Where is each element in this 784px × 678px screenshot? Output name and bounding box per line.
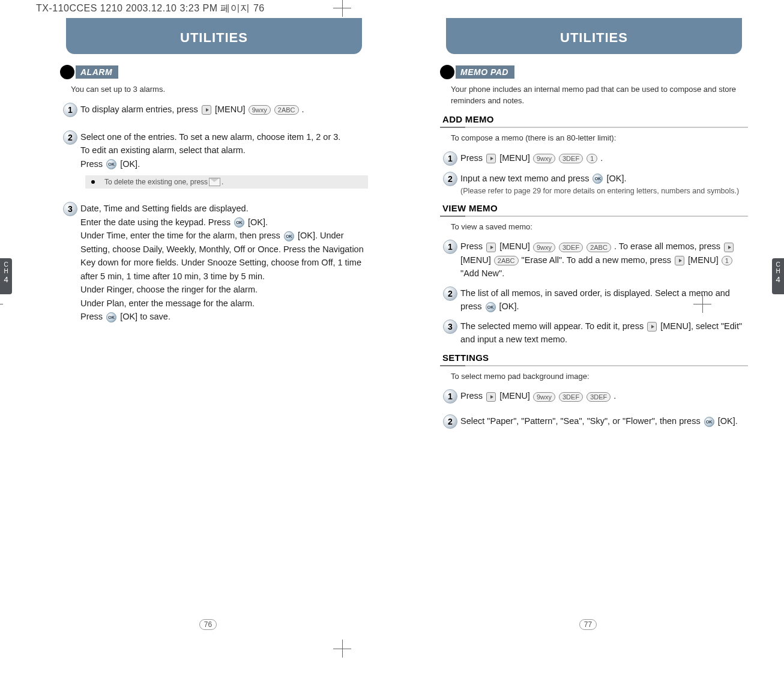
chapter-tab-right: C H 4 [772, 258, 784, 294]
page-footer: 76 [36, 619, 380, 630]
step-text: Press [460, 153, 485, 163]
keypad-3-icon: 3DEF [559, 392, 583, 402]
step-text: "Add New". [460, 268, 504, 278]
keypad-1-icon: 1 [722, 256, 732, 265]
ok-button-icon: OK [284, 231, 294, 241]
page-footer: 77 [416, 619, 760, 630]
step-text: [OK] to save. [120, 312, 170, 321]
note-text: . [222, 178, 223, 186]
alarm-step-1: 1 To display alarm entries, press [MENU]… [60, 103, 368, 117]
crop-mark-icon [693, 295, 711, 313]
keypad-9-icon: 9wxy [533, 392, 555, 402]
add-memo-step-1: 1 Press [MENU] 9wxy 3DEF 1 . [440, 151, 748, 166]
step-number-icon: 2 [443, 172, 457, 186]
step-number-icon: 1 [63, 103, 77, 117]
step-text: Select "Paper", "Pattern", "Sea", "Sky",… [460, 416, 703, 426]
step-number-icon: 2 [443, 414, 457, 429]
softkey-icon [647, 322, 657, 331]
subhead-underline [440, 127, 748, 128]
step-text: Date, Time and Setting fields are displa… [80, 202, 368, 215]
keypad-2-icon: 2ABC [274, 105, 299, 115]
page-title: UTILITIES [446, 18, 742, 54]
step-text: [OK]. [606, 174, 626, 183]
step-text: Press [460, 241, 485, 251]
ok-button-icon: OK [593, 174, 603, 184]
section-intro: You can set up to 3 alarms. [71, 84, 368, 95]
step-text: Select one of the entries. To set a new … [80, 130, 368, 144]
softkey-icon [486, 154, 496, 163]
delete-note: To delete the existing one, press . [85, 175, 368, 189]
file-stamp: TX-110CCES 1210 2003.12.10 3:23 PM 페이지 7… [36, 2, 265, 15]
step-subnote: (Please refer to page 29 for more detail… [460, 186, 748, 197]
alarm-step-2: 2 Select one of the entries. To set a ne… [60, 130, 368, 171]
section-intro: Your phone includes an internal memo pad… [451, 84, 748, 107]
step-number-icon: 3 [443, 319, 457, 334]
chapter-tab-ch: C H [772, 261, 784, 274]
subsection-intro: To select memo pad background image: [451, 371, 748, 383]
section-tag-alarm: ALARM [60, 65, 368, 79]
step-text: Input a new text memo and press [460, 174, 591, 183]
page-title: UTILITIES [66, 18, 362, 54]
chapter-tab-num: 4 [0, 276, 12, 284]
step-text: Under Ringer, choose the ringer for the … [80, 283, 368, 296]
step-text: . [600, 153, 603, 163]
view-memo-step-3: 3 The selected memo will appear. To edit… [440, 319, 748, 347]
subhead-view-memo: VIEW MEMO [442, 203, 748, 213]
step-text: Enter the date using the keypad. Press [80, 217, 233, 227]
step-text: . [302, 104, 304, 114]
ok-button-icon: OK [486, 302, 496, 312]
keypad-9-icon: 9wxy [533, 154, 555, 163]
ok-button-icon: OK [704, 417, 714, 427]
crop-mark-icon [333, 640, 351, 658]
step-text: [OK]. [248, 217, 268, 227]
envelope-icon [209, 178, 220, 186]
page-right: UTILITIES MEMO PAD Your phone includes a… [416, 18, 760, 630]
keypad-3-icon: 3DEF [559, 243, 583, 252]
chapter-tab-ch: C H [0, 261, 12, 274]
step-text: . [614, 391, 616, 401]
crop-mark-icon [333, 0, 351, 17]
step-text: . To erase all memos, press [614, 241, 723, 251]
view-memo-step-1: 1 Press [MENU] 9wxy 3DEF 2ABC . To erase… [440, 240, 748, 280]
softkey-icon [202, 105, 211, 115]
subsection-intro: To view a saved memo: [451, 222, 748, 233]
page-number: 76 [199, 619, 217, 630]
page-number: 77 [579, 619, 597, 630]
section-tag-memopad: MEMO PAD [440, 65, 748, 79]
step-text: [OK]. [718, 416, 738, 426]
keypad-2-icon: 2ABC [586, 243, 611, 252]
step-text: [MENU] [688, 255, 721, 265]
section-dot-icon [60, 65, 74, 79]
settings-step-2: 2 Select "Paper", "Pattern", "Sea", "Sky… [440, 414, 748, 429]
step-number-icon: 1 [443, 151, 457, 166]
bullet-icon [91, 180, 95, 184]
step-text: Press [460, 391, 485, 401]
keypad-2-icon: 2ABC [494, 256, 519, 265]
step-text: [MENU] [499, 153, 532, 163]
softkey-icon [486, 243, 496, 252]
step-number-icon: 2 [63, 130, 77, 145]
step-text: [MENU] [499, 241, 532, 251]
subhead-settings: SETTINGS [442, 353, 748, 363]
subhead-underline [440, 216, 748, 217]
step-text: Under Plan, enter the message for the al… [80, 297, 368, 310]
keypad-3-icon: 3DEF [586, 392, 611, 402]
step-text: [MENU] [460, 255, 493, 265]
step-text: Press [80, 159, 105, 169]
step-number-icon: 2 [443, 286, 457, 301]
settings-step-1: 1 Press [MENU] 9wxy 3DEF 3DEF . [440, 389, 748, 404]
note-text: To delete the existing one, press [104, 178, 208, 186]
page-left: UTILITIES ALARM You can set up to 3 alar… [36, 18, 380, 630]
step-number-icon: 1 [443, 240, 457, 254]
softkey-icon [486, 392, 496, 402]
subsection-intro: To compose a memo (there is an 80-letter… [451, 133, 748, 144]
keypad-3-icon: 3DEF [559, 154, 583, 163]
keypad-9-icon: 9wxy [533, 243, 555, 252]
step-text: [OK]. [499, 301, 519, 311]
keypad-9-icon: 9wxy [249, 105, 271, 115]
chapter-tab-num: 4 [772, 276, 784, 284]
section-label: MEMO PAD [456, 65, 514, 79]
softkey-icon [724, 243, 734, 252]
step-text: Press [80, 312, 105, 321]
step-number-icon: 3 [63, 202, 77, 216]
